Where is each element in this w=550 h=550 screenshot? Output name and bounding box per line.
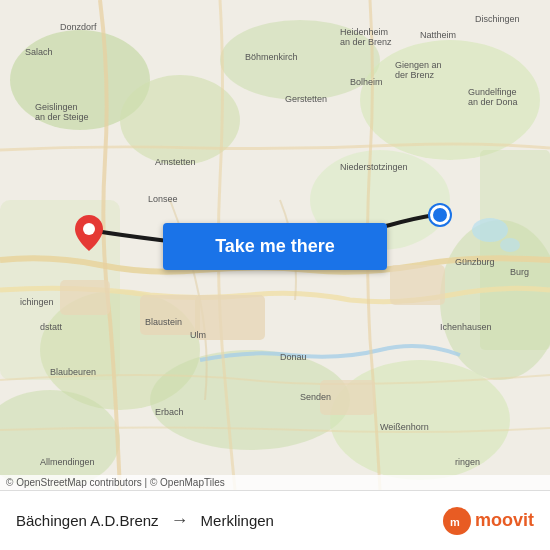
svg-point-13 [472, 218, 508, 242]
svg-text:ringen: ringen [455, 457, 480, 467]
svg-text:m: m [450, 516, 460, 528]
svg-text:Erbach: Erbach [155, 407, 184, 417]
svg-text:an der Steige: an der Steige [35, 112, 89, 122]
svg-text:Blaubeuren: Blaubeuren [50, 367, 96, 377]
svg-text:Weißenhorn: Weißenhorn [380, 422, 429, 432]
svg-point-8 [330, 360, 510, 480]
svg-text:Heidenheim: Heidenheim [340, 27, 388, 37]
svg-rect-18 [60, 280, 110, 315]
svg-text:Geislingen: Geislingen [35, 102, 78, 112]
svg-text:Lonsee: Lonsee [148, 194, 178, 204]
svg-text:Giengen an: Giengen an [395, 60, 442, 70]
svg-text:der Brenz: der Brenz [395, 70, 435, 80]
svg-text:Böhmenkirch: Böhmenkirch [245, 52, 298, 62]
svg-rect-17 [390, 265, 445, 305]
svg-text:Salach: Salach [25, 47, 53, 57]
origin-label: Bächingen A.D.Brenz [16, 512, 159, 529]
svg-text:Gundelfinge: Gundelfinge [468, 87, 517, 97]
svg-text:Ichenhausen: Ichenhausen [440, 322, 492, 332]
start-location-marker [75, 215, 103, 251]
svg-text:Senden: Senden [300, 392, 331, 402]
svg-text:Donzdorf: Donzdorf [60, 22, 97, 32]
svg-text:Ulm: Ulm [190, 330, 206, 340]
map-container: Salach Donzdorf Geislingen an der Steige… [0, 0, 550, 490]
svg-text:Allmendingen: Allmendingen [40, 457, 95, 467]
take-me-there-button[interactable]: Take me there [163, 223, 387, 270]
destination-label: Merklingen [201, 512, 274, 529]
svg-text:an der Brenz: an der Brenz [340, 37, 392, 47]
svg-text:Donau: Donau [280, 352, 307, 362]
arrow-icon: → [171, 510, 189, 531]
navigation-bar: Bächingen A.D.Brenz → Merklingen m moovi… [0, 490, 550, 550]
svg-point-52 [83, 223, 95, 235]
svg-text:Amstetten: Amstetten [155, 157, 196, 167]
svg-text:Niederstotzingen: Niederstotzingen [340, 162, 408, 172]
svg-text:dstatt: dstatt [40, 322, 63, 332]
svg-text:Günzburg: Günzburg [455, 257, 495, 267]
moovit-logo-icon: m [443, 507, 471, 535]
map-attribution: © OpenStreetMap contributors | © OpenMap… [0, 475, 550, 490]
svg-text:Bolheim: Bolheim [350, 77, 383, 87]
svg-text:Blaustein: Blaustein [145, 317, 182, 327]
svg-text:Gerstetten: Gerstetten [285, 94, 327, 104]
moovit-text: moovit [475, 510, 534, 531]
end-location-marker [430, 205, 450, 225]
svg-text:an der Dona: an der Dona [468, 97, 518, 107]
svg-rect-15 [140, 295, 200, 335]
svg-text:Nattheim: Nattheim [420, 30, 456, 40]
svg-point-14 [500, 238, 520, 252]
svg-text:ichingen: ichingen [20, 297, 54, 307]
moovit-logo: m moovit [443, 507, 534, 535]
svg-text:Dischingen: Dischingen [475, 14, 520, 24]
svg-text:Burg: Burg [510, 267, 529, 277]
